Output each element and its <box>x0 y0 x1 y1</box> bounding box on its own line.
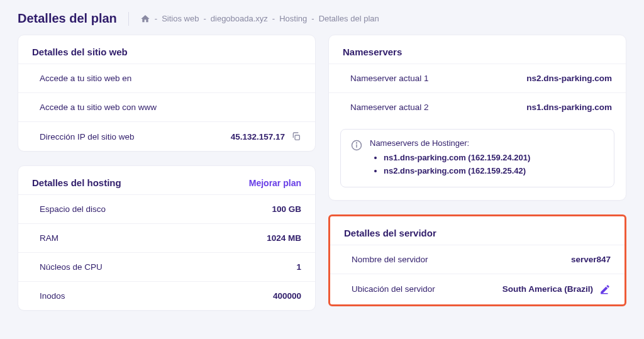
row-website-access-www: Accede a tu sitio web con www <box>18 92 315 121</box>
row-website-access: Accede a tu sitio web en <box>18 64 315 92</box>
row-inodes: Inodos 400000 <box>18 281 315 310</box>
svg-point-3 <box>357 143 357 143</box>
breadcrumb-sep: - <box>203 14 206 23</box>
value-inodes: 400000 <box>273 291 301 301</box>
label-disk: Espacio del disco <box>32 204 106 214</box>
svg-rect-4 <box>601 293 608 294</box>
svg-rect-0 <box>295 135 299 140</box>
card-server-details: Detalles del servidor Nombre del servido… <box>328 214 626 306</box>
label-ram: RAM <box>32 233 58 243</box>
edit-icon[interactable] <box>599 284 611 295</box>
breadcrumb-sep: - <box>311 14 314 23</box>
page-header: Detalles del plan - Sitios web - diegobo… <box>0 0 644 35</box>
card-title-hosting: Detalles del hosting <box>32 177 121 188</box>
nameserver-info-box: Nameservers de Hostinger: ns1.dns-parkin… <box>340 129 614 187</box>
row-disk: Espacio del disco 100 GB <box>18 194 315 223</box>
info-intro: Nameservers de Hostinger: <box>370 138 530 148</box>
row-server-location: Ubicación del servidor South America (Br… <box>330 274 625 304</box>
breadcrumb-item-domain[interactable]: diegoboada.xyz <box>211 14 268 23</box>
copy-icon[interactable] <box>291 131 301 142</box>
value-website-ip: 45.132.157.17 <box>231 132 285 142</box>
breadcrumb-sep: - <box>155 14 157 23</box>
row-ns2: Nameserver actual 2 ns1.dns-parking.com <box>329 92 626 121</box>
value-ns1: ns2.dns-parking.com <box>526 74 612 83</box>
label-website-access-www: Accede a tu sitio web con www <box>32 103 157 112</box>
breadcrumb: - Sitios web - diegoboada.xyz - Hosting … <box>140 14 379 24</box>
info-ns1: ns1.dns-parking.com (162.159.24.201) <box>384 152 530 165</box>
label-inodes: Inodos <box>32 291 65 301</box>
breadcrumb-item-sites[interactable]: Sitios web <box>162 14 199 23</box>
home-icon[interactable] <box>140 14 150 24</box>
card-website-details: Detalles del sitio web Accede a tu sitio… <box>18 35 316 152</box>
info-icon <box>351 140 362 151</box>
label-server-location: Ubicación del servidor <box>344 284 435 294</box>
breadcrumb-sep: - <box>272 14 275 23</box>
card-nameservers: Nameservers Nameserver actual 1 ns2.dns-… <box>328 35 626 201</box>
value-ns2: ns1.dns-parking.com <box>526 103 612 112</box>
value-ram: 1024 MB <box>267 233 301 243</box>
row-cpu: Núcleos de CPU 1 <box>18 252 315 281</box>
value-cpu: 1 <box>296 262 301 272</box>
page-title: Detalles del plan <box>18 11 117 26</box>
label-ns2: Nameserver actual 2 <box>343 103 429 112</box>
upgrade-plan-link[interactable]: Mejorar plan <box>249 178 301 188</box>
card-hosting-details: Detalles del hosting Mejorar plan Espaci… <box>18 165 316 311</box>
row-website-ip: Dirección IP del sitio web 45.132.157.17 <box>18 121 315 151</box>
label-website-access: Accede a tu sitio web en <box>32 74 131 83</box>
row-server-name: Nombre del servidor server847 <box>330 245 625 274</box>
header-divider <box>128 12 129 26</box>
value-disk: 100 GB <box>272 204 301 214</box>
card-title-nameservers: Nameservers <box>343 47 402 57</box>
breadcrumb-item-hosting[interactable]: Hosting <box>279 14 307 23</box>
label-website-ip: Dirección IP del sitio web <box>32 132 135 142</box>
info-ns2: ns2.dns-parking.com (162.159.25.42) <box>384 165 530 178</box>
row-ram: RAM 1024 MB <box>18 223 315 252</box>
value-server-name: server847 <box>571 255 611 264</box>
label-server-name: Nombre del servidor <box>344 255 428 264</box>
label-ns1: Nameserver actual 1 <box>343 74 429 83</box>
card-title-server: Detalles del servidor <box>344 228 436 238</box>
label-cpu: Núcleos de CPU <box>32 262 103 272</box>
value-server-location: South America (Brazil) <box>502 284 593 294</box>
card-title-website: Detalles del sitio web <box>32 47 128 57</box>
breadcrumb-item-current: Detalles del plan <box>319 14 379 23</box>
row-ns1: Nameserver actual 1 ns2.dns-parking.com <box>329 64 626 92</box>
